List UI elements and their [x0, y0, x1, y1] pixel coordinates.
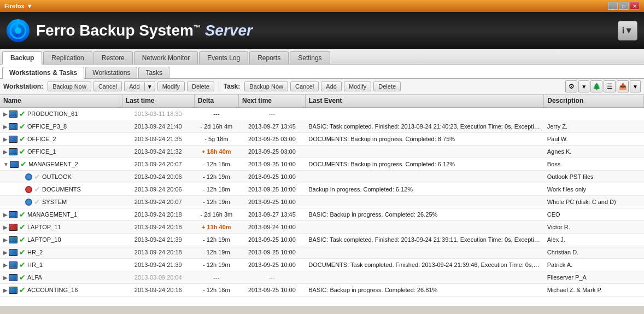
status-ok-icon: ✔	[19, 122, 26, 131]
delete-button[interactable]: Delete	[187, 82, 214, 91]
table-row[interactable]: ▶ ✔ OFFICE_1 2013-09-24 21:32 + 18h 40m …	[0, 146, 644, 158]
table-row[interactable]: ✔ DOCUMENTS 2013-09-24 20:06 - 12h 18m 2…	[0, 183, 644, 196]
workstation-icon	[9, 211, 17, 218]
task-modify-button[interactable]: Modify	[344, 82, 371, 91]
last-event-cell: DOCUMENTS: Backup in progress. Completed…	[305, 133, 543, 146]
tab-network-monitor[interactable]: Network Monitor	[134, 51, 198, 64]
expand-icon[interactable]: ▶	[3, 249, 8, 255]
table-row[interactable]: ▶ ✔ ALFA 2013-03-09 20:04 --- --- Filese…	[0, 271, 644, 284]
tab-restore[interactable]: Restore	[93, 51, 133, 64]
expand-icon[interactable]: ▶	[3, 275, 8, 281]
task-delete-button[interactable]: Delete	[373, 82, 401, 91]
row-name: MANAGEMENT_1	[27, 211, 77, 218]
firefox-button[interactable]: Firefox ▼	[4, 3, 33, 9]
status-task-icon: ✔	[34, 197, 40, 206]
table-row[interactable]: ✔ SYSTEM 2013-09-24 20:07 - 12h 19m 2013…	[0, 196, 644, 208]
modify-button[interactable]: Modify	[157, 82, 185, 91]
col-lastevent: Last Event	[305, 95, 543, 107]
close-button[interactable]: ✕	[630, 2, 640, 10]
last-time-cell: 2013-03-11 18:30	[122, 107, 194, 120]
expand-icon[interactable]: ▶	[3, 124, 8, 130]
table-row[interactable]: ▶ ✔ LAPTOP_11 2013-09-24 20:18 + 11h 40m…	[0, 221, 644, 234]
name-cell: ▼ ✔ MANAGEMENT_2	[0, 158, 122, 171]
status-task-icon: ✔	[34, 185, 40, 194]
table-row[interactable]: ▶ ✔ OFFICE_P3_8 2013-09-24 21:40 - 2d 16…	[0, 120, 644, 133]
table-row[interactable]: ▶ ✔ ACCOUNTING_16 2013-09-24 20:16 - 12h…	[0, 284, 644, 296]
add-button[interactable]: Add	[124, 82, 144, 91]
workstation-label: Workstation:	[3, 83, 43, 90]
tab-reports[interactable]: Reports	[249, 51, 289, 64]
status-ok-icon: ✔	[19, 135, 26, 143]
delta-none: ---	[213, 274, 219, 281]
expand-icon[interactable]: ▶	[3, 262, 8, 268]
toolbar-separator	[219, 81, 219, 92]
next-time-cell: 2013-09-24 10:00	[238, 221, 305, 234]
collapse-icon[interactable]: ▼	[3, 161, 9, 167]
table-container: Name Last time Delta Next time Last Even…	[0, 95, 644, 306]
workstation-icon	[9, 224, 17, 231]
settings-dropdown[interactable]: ▼	[578, 80, 589, 92]
name-cell: ▶ ✔ OFFICE_1	[0, 146, 122, 158]
last-time-cell: 2013-09-24 20:18	[122, 246, 194, 259]
table-row[interactable]: ▶ ✔ LAPTOP_10 2013-09-24 21:39 - 12h 19m…	[0, 234, 644, 246]
expand-icon[interactable]: ▶	[3, 111, 8, 117]
subtab-workstations-&-tasks[interactable]: Workstations & Tasks	[2, 67, 84, 79]
export-dropdown[interactable]: ▼	[630, 80, 641, 92]
table-row[interactable]: ▶ ✔ OFFICE_2 2013-09-24 21:35 - 5g 18m 2…	[0, 133, 644, 146]
window-controls: _ □ ✕	[608, 2, 640, 10]
last-event-cell	[305, 246, 543, 259]
col-lasttime: Last time	[122, 95, 194, 107]
expand-icon[interactable]: ▶	[3, 237, 8, 243]
table-row[interactable]: ▶ ✔ MANAGEMENT_1 2013-09-24 20:18 - 2d 1…	[0, 208, 644, 221]
task-cancel-button[interactable]: Cancel	[290, 82, 319, 91]
cancel-button[interactable]: Cancel	[93, 82, 122, 91]
row-name: PRODUCTION_61	[27, 111, 78, 117]
row-name: ACCOUNTING_16	[27, 287, 78, 293]
settings-icon-btn[interactable]: ⚙	[565, 80, 577, 92]
table-row[interactable]: ✔ OUTLOOK 2013-09-24 20:06 - 12h 19m 201…	[0, 171, 644, 183]
expand-icon[interactable]: ▶	[3, 224, 8, 230]
subtab-tasks[interactable]: Tasks	[138, 67, 169, 78]
workstation-icon	[9, 111, 17, 118]
expand-icon[interactable]: ▶	[3, 136, 8, 142]
logo-icon	[7, 19, 30, 42]
name-cell: ▶ ✔ HR_2	[0, 246, 122, 259]
add-dropdown-button[interactable]: ▼	[144, 82, 155, 91]
backup-now-button[interactable]: Backup Now	[48, 82, 91, 91]
expand-icon[interactable]: ▶	[3, 212, 8, 218]
tab-replication[interactable]: Replication	[43, 51, 92, 64]
subtab-workstations[interactable]: Workstations	[85, 67, 137, 78]
delta-minus: - 12h 19m	[203, 249, 230, 255]
table-row[interactable]: ▶ ✔ HR_1 2013-09-24 21:39 - 12h 19m 2013…	[0, 259, 644, 271]
name-cell: ▶ ✔ PRODUCTION_61	[0, 107, 122, 120]
workstation-icon	[9, 236, 17, 243]
firefox-dropdown-arrow[interactable]: ▼	[27, 3, 33, 9]
next-time-cell: 2013-09-25 10:00	[238, 284, 305, 296]
table-row[interactable]: ▼ ✔ MANAGEMENT_2 2013-09-24 20:07 - 12h …	[0, 158, 644, 171]
row-name: OFFICE_P3_8	[27, 123, 67, 130]
last-event-cell: BASIC: Task completed. Finished: 2013-09…	[305, 120, 543, 133]
workstation-icon	[9, 287, 17, 294]
delta-minus: - 2d 16h 4m	[201, 123, 233, 130]
expand-icon[interactable]: ▶	[3, 287, 8, 293]
tab-settings[interactable]: Settings	[290, 51, 330, 64]
maximize-button[interactable]: □	[619, 2, 629, 10]
list-icon-btn[interactable]: ☰	[604, 80, 616, 92]
info-button[interactable]: i ▼	[618, 21, 637, 40]
task-backup-now-button[interactable]: Backup Now	[244, 82, 288, 91]
minimize-button[interactable]: _	[608, 2, 618, 10]
table-row[interactable]: ▶ ✔ HR_2 2013-09-24 20:18 - 12h 19m 2013…	[0, 246, 644, 259]
next-time-cell: 2013-09-25 03:00	[238, 133, 305, 146]
table-row[interactable]: ▶ ✔ PRODUCTION_61 2013-03-11 18:30 --- -…	[0, 107, 644, 120]
last-event-cell	[305, 221, 543, 234]
tab-backup[interactable]: Backup	[2, 51, 42, 65]
tab-events-log[interactable]: Events Log	[199, 51, 248, 64]
expand-icon[interactable]: ▶	[3, 149, 8, 155]
row-name: DOCUMENTS	[42, 186, 81, 193]
task-add-button[interactable]: Add	[321, 82, 342, 91]
tree-icon-btn[interactable]: 🌲	[590, 80, 602, 92]
description-cell: CEO	[544, 208, 644, 221]
status-ok-icon: ✔	[20, 160, 27, 168]
export-icon-btn[interactable]: 📤	[617, 80, 629, 92]
name-cell: ▶ ✔ ALFA	[0, 271, 122, 284]
